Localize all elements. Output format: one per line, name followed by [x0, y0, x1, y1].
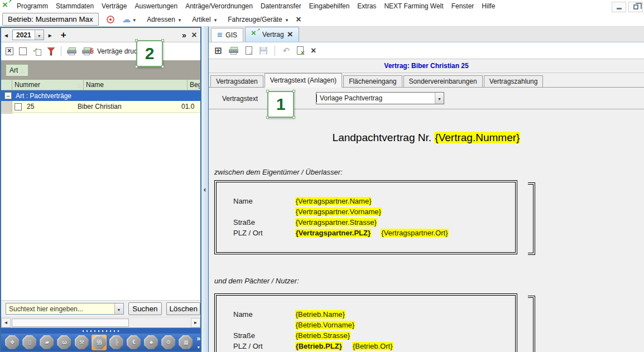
collapse-group-button[interactable]	[4, 92, 12, 99]
vertical-splitter[interactable]	[201, 27, 208, 352]
module-finance[interactable]: €	[126, 335, 141, 350]
module-contracts[interactable]: §§	[92, 335, 107, 350]
deselect-all-checkbox-icon[interactable]	[19, 47, 27, 55]
record-icon[interactable]	[107, 16, 114, 23]
placeholder-betrieb-vorname: {Betrieb.Vorname}	[295, 321, 355, 329]
subtab-vertragsdaten[interactable]: Vertragsdaten	[210, 75, 263, 87]
chevron-down-icon[interactable]	[286, 16, 289, 23]
placeholder-vertrag-nummer: {Vertrag.Nummer}	[434, 132, 520, 143]
module-organization[interactable]: ╠	[109, 335, 124, 350]
module-eco[interactable]: ♣	[143, 335, 158, 350]
select-all-checkbox-icon[interactable]	[6, 47, 13, 55]
add-button[interactable]	[59, 30, 69, 41]
betrieb-button[interactable]: Betrieb: Mustermann Max	[2, 13, 99, 26]
toolbar-menu-fahrzeuge[interactable]: Fahrzeuge/Geräte	[228, 16, 282, 23]
template-select[interactable]: Vorlage Pachtvertrag	[316, 92, 444, 104]
search-input[interactable]: Suchtext hier eingeben...	[6, 303, 124, 315]
tab-vertrag[interactable]: Vertrag	[245, 27, 299, 42]
year-dropdown-arrow[interactable]	[35, 30, 44, 40]
delete-icon[interactable]	[311, 46, 316, 56]
module-tractor[interactable]: ⚙	[161, 335, 176, 350]
scrollbar-thumb[interactable]	[12, 319, 129, 327]
more-modules-button[interactable]	[196, 335, 200, 350]
subtab-flaecheneingang[interactable]: Flächeneingang	[343, 75, 402, 87]
document-tabstrip: GIS Vertrag	[209, 27, 644, 42]
pig-icon: ▰	[40, 335, 54, 349]
group-by-chip-art[interactable]: Art	[6, 64, 28, 76]
close-tab-icon[interactable]	[287, 29, 293, 40]
expand-icon[interactable]	[214, 45, 222, 56]
chevron-down-icon[interactable]	[179, 16, 181, 23]
list-empty-area	[1, 114, 200, 300]
toolbar-menu-artikel[interactable]: Artikel	[192, 16, 210, 23]
horizontal-scrollbar[interactable]	[1, 317, 200, 327]
new-document-icon[interactable]	[246, 46, 252, 55]
menu-datentransfer[interactable]: Datentransfer	[257, 1, 305, 12]
group-row-pachtvertraege[interactable]: Art : Pachtverträge	[1, 90, 200, 101]
menu-programm[interactable]: Programm	[13, 1, 52, 12]
subtab-vertragstext[interactable]: Vertragstext (Anlagen)	[265, 73, 342, 88]
module-calendar[interactable]: ▦25	[178, 335, 193, 350]
table-row[interactable]: 25 Biber Christian 01.0	[1, 101, 200, 113]
panel-splitter-handle[interactable]	[1, 327, 200, 334]
chevron-down-icon	[438, 94, 441, 102]
menu-eingabehilfen[interactable]: Eingabehilfen	[305, 1, 354, 12]
restore-button[interactable]	[628, 2, 643, 12]
year-select[interactable]: 2021	[12, 30, 44, 40]
print-contracts-icon[interactable]	[82, 47, 92, 55]
header-nummer[interactable]: Nummer	[12, 80, 84, 90]
apply-selection-icon[interactable]	[32, 47, 41, 56]
scroll-left-button[interactable]	[1, 318, 11, 327]
module-field[interactable]: ω	[56, 335, 71, 350]
previous-year-button[interactable]	[1, 31, 11, 39]
search-dropdown-arrow[interactable]	[114, 303, 123, 314]
module-stable[interactable]: ▯	[22, 335, 37, 350]
search-button[interactable]: Suchen	[128, 302, 162, 315]
menu-extras[interactable]: Extras	[353, 1, 380, 12]
clear-button[interactable]: Löschen	[166, 302, 200, 315]
cloud-sync-icon[interactable]	[122, 14, 131, 25]
chevron-down-icon[interactable]	[214, 16, 217, 23]
menu-antraege-verordnungen[interactable]: Anträge/Verordnungen	[181, 1, 257, 12]
print-icon[interactable]	[229, 47, 238, 55]
header-name[interactable]: Name	[84, 80, 188, 90]
contract-subtabs: Vertragsdaten Vertragstext (Anlagen) Flä…	[209, 73, 644, 88]
menu-hilfe[interactable]: Hilfe	[478, 1, 499, 12]
annotation-step-2: 2	[136, 40, 163, 67]
menu-next-farming-welt[interactable]: NEXT Farming Welt	[380, 1, 447, 12]
sort-ascending-icon	[77, 81, 81, 89]
close-panel-button[interactable]	[189, 30, 199, 40]
excel-export-icon[interactable]	[297, 46, 304, 55]
row-checkbox[interactable]	[15, 103, 22, 110]
header-beginn-label: Beginn	[190, 81, 200, 89]
subtab-sondervereinbarungen[interactable]: Sondervereinbarungen	[403, 75, 483, 87]
scroll-right-button[interactable]	[191, 318, 200, 327]
field-icon: ω	[57, 335, 71, 349]
module-machinery[interactable]: ⚒	[74, 335, 89, 350]
year-navigation-bar: 2021	[1, 28, 200, 42]
group-by-bar: Art	[1, 60, 200, 80]
tab-gis[interactable]: GIS	[211, 28, 243, 42]
header-beginn[interactable]: Beginn	[188, 80, 200, 90]
window-controls	[612, 2, 643, 12]
next-year-button[interactable]	[45, 31, 55, 39]
minimize-button[interactable]	[612, 2, 626, 12]
filter-icon[interactable]	[47, 47, 55, 56]
close-icon[interactable]	[296, 15, 301, 25]
placeholder-vertragspartner-ort: {Vertragspartner.Ort}	[381, 229, 448, 237]
undo-icon[interactable]	[282, 46, 290, 56]
toolbar-menu-adressen[interactable]: Adressen	[147, 16, 175, 23]
module-pig[interactable]: ▰	[39, 335, 54, 350]
print-icon[interactable]	[67, 47, 76, 55]
template-dropdown-arrow[interactable]	[435, 93, 444, 104]
menu-stammdaten[interactable]: Stammdaten	[52, 1, 98, 12]
menu-fenster[interactable]: Fenster	[448, 1, 478, 12]
subtab-vertragszahlung[interactable]: Vertragszahlung	[484, 75, 544, 87]
module-plant[interactable]: ❖	[4, 335, 20, 350]
chevron-down-icon[interactable]	[133, 16, 136, 23]
expand-panel-button[interactable]	[179, 31, 189, 40]
save-icon[interactable]	[259, 47, 267, 55]
menu-auswertungen[interactable]: Auswertungen	[131, 1, 181, 12]
contract-document[interactable]: Landpachtvertrag Nr. {Vertrag.Nummer} zw…	[209, 109, 644, 352]
menu-vertraege[interactable]: Verträge	[98, 1, 131, 12]
